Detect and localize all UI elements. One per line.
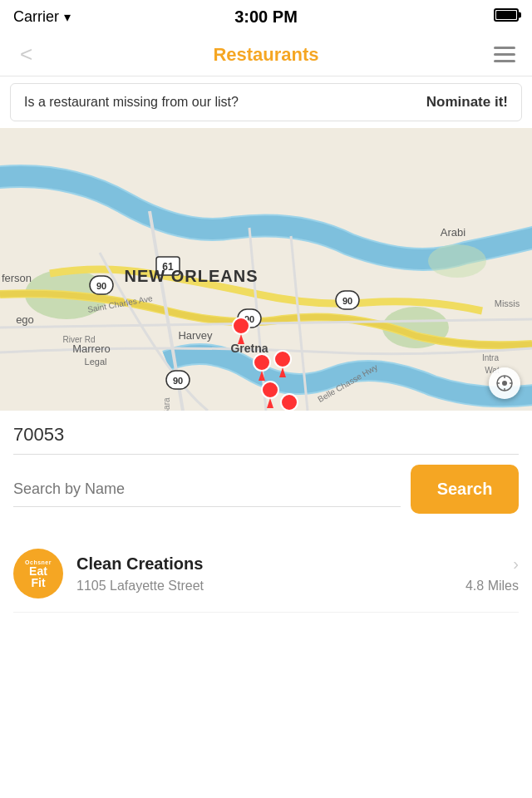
location-button[interactable] [489, 367, 520, 399]
carrier-label: Carrier ▾ [13, 8, 71, 26]
svg-text:Harvey: Harvey [178, 329, 213, 342]
svg-point-29 [233, 318, 249, 334]
svg-text:Gretna: Gretna [230, 342, 268, 355]
restaurant-meta: › 4.8 Miles [466, 554, 519, 594]
svg-text:Legal: Legal [85, 357, 107, 367]
chevron-right-icon: › [513, 554, 519, 574]
carrier-text: Carrier [13, 8, 59, 26]
menu-button[interactable] [490, 43, 519, 66]
svg-point-3 [428, 244, 486, 278]
search-row: Search [13, 465, 519, 514]
restaurant-distance: 4.8 Miles [466, 579, 519, 594]
svg-point-32 [262, 382, 278, 398]
svg-point-35 [502, 381, 507, 386]
search-input[interactable] [13, 472, 401, 507]
svg-text:ego: ego [16, 313, 34, 326]
svg-point-33 [281, 394, 298, 411]
back-button[interactable]: < [13, 38, 39, 71]
nominate-text: Is a restaurant missing from our list? [24, 95, 239, 110]
map-pin[interactable] [281, 394, 298, 411]
map-svg: 61 90 90 90 90 NEW ORLEANS Gretna Marrer… [0, 128, 532, 411]
svg-text:Bara: Bara [162, 397, 171, 411]
restaurant-address: 1105 Lafayette Street [76, 579, 452, 594]
restaurant-list: Ochsner Eat Fit Clean Creations 1105 Laf… [0, 522, 532, 613]
svg-point-31 [274, 351, 291, 367]
svg-text:Intra: Intra [482, 353, 499, 362]
svg-text:Arabi: Arabi [441, 226, 466, 239]
restaurant-name: Clean Creations [76, 554, 452, 574]
search-section: 70053 Search [0, 411, 532, 522]
svg-text:River Rd: River Rd [63, 335, 96, 344]
page-title: Restaurants [213, 44, 318, 66]
map-area[interactable]: 61 90 90 90 90 NEW ORLEANS Gretna Marrer… [0, 128, 532, 411]
svg-text:ferson: ferson [2, 272, 32, 284]
svg-text:NEW ORLEANS: NEW ORLEANS [125, 267, 259, 285]
location-icon [495, 374, 514, 392]
nominate-banner: Is a restaurant missing from our list? N… [10, 83, 522, 121]
nav-bar: < Restaurants [0, 33, 532, 76]
menu-line [494, 53, 515, 56]
svg-text:Marrero: Marrero [72, 342, 111, 355]
nominate-link[interactable]: Nominate it! [426, 94, 508, 111]
restaurant-info: Clean Creations 1105 Lafayette Street [76, 554, 452, 594]
svg-point-30 [254, 354, 270, 371]
menu-line [494, 60, 515, 62]
svg-text:90: 90 [96, 281, 106, 291]
restaurant-item[interactable]: Ochsner Eat Fit Clean Creations 1105 Laf… [13, 535, 519, 613]
svg-text:90: 90 [173, 376, 183, 386]
zip-code: 70053 [13, 424, 519, 455]
svg-text:Missis: Missis [495, 298, 520, 308]
eat-fit-badge: Ochsner Eat Fit [13, 549, 63, 598]
badge-fit-text: Fit [31, 577, 45, 589]
badge-eat-text: Eat [29, 565, 47, 577]
svg-text:90: 90 [342, 296, 352, 306]
wifi-icon: ▾ [64, 9, 71, 25]
menu-line [494, 47, 515, 49]
status-time: 3:00 PM [234, 7, 298, 27]
search-button[interactable]: Search [411, 465, 519, 514]
status-bar: Carrier ▾ 3:00 PM [0, 0, 532, 33]
battery-icon [494, 8, 519, 25]
